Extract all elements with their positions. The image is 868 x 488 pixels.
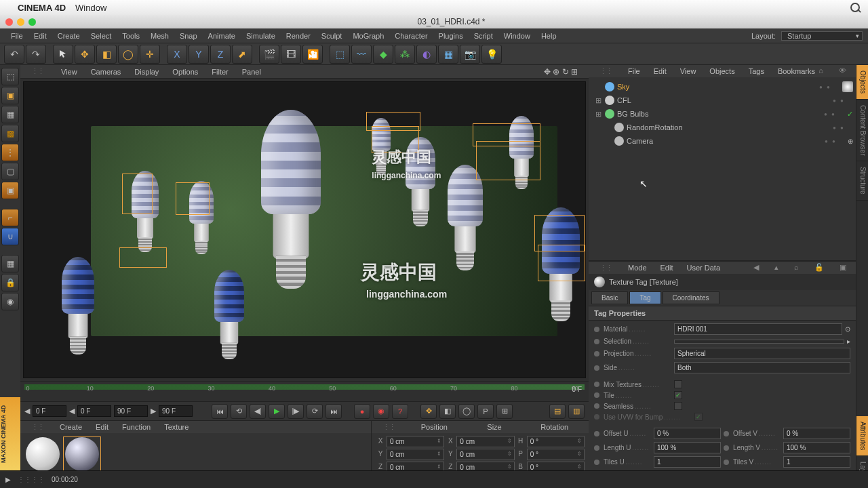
key-param-button[interactable]: P — [477, 404, 494, 419]
objmenu-edit[interactable]: Edit — [647, 67, 673, 75]
menu-mograph[interactable]: MoGraph — [347, 32, 389, 40]
timeline-ruler[interactable]: 0102030405060708090 0 F — [20, 381, 589, 401]
timeline-window-button[interactable]: ▤ — [549, 404, 566, 419]
nav-up-icon[interactable]: ▴ — [768, 263, 785, 272]
add-deformer-icon[interactable]: ◐ — [416, 45, 437, 64]
length-v-field[interactable]: 100 % — [783, 442, 850, 453]
material-field[interactable]: HDRI 001 — [674, 323, 842, 335]
goto-end-button[interactable]: ⏭ — [326, 404, 342, 419]
object-row[interactable]: ⊞BG Bulbs● ●✓ — [591, 107, 853, 121]
rotate-tool[interactable]: ◯ — [118, 45, 138, 64]
object-row[interactable]: Camera● ●⊕ — [591, 134, 853, 148]
content-browser-tab[interactable]: Content Browser — [856, 100, 868, 161]
prev-frame-button[interactable]: ◀| — [250, 404, 266, 419]
menu-sculpt[interactable]: Sculpt — [316, 32, 348, 40]
add-light-icon[interactable]: 💡 — [481, 45, 502, 64]
play-button[interactable]: ▶ — [269, 404, 285, 419]
texture-mode-button[interactable]: ▦ — [1, 106, 19, 123]
coord-system-button[interactable]: ⬈ — [232, 45, 252, 64]
size-y-field[interactable]: 0 cm — [456, 449, 514, 460]
render-region-button[interactable]: 🎞 — [281, 45, 301, 64]
add-camera-icon[interactable]: 📷 — [460, 45, 480, 64]
edge-mode-button[interactable]: ▢ — [1, 163, 19, 180]
length-u-field[interactable]: 100 % — [654, 442, 721, 453]
lasttool-button[interactable]: ✛ — [140, 45, 160, 64]
y-axis-toggle[interactable]: Y — [189, 45, 209, 64]
menu-character[interactable]: Character — [389, 32, 433, 40]
matmenu-edit[interactable]: Edit — [89, 423, 115, 431]
autokey-button[interactable]: ◉ — [373, 404, 389, 419]
tile-checkbox[interactable]: ✓ — [674, 391, 682, 399]
attr-tab-basic[interactable]: Basic — [591, 291, 628, 304]
menu-window[interactable]: Window — [498, 32, 536, 40]
frame-start-field[interactable]: 0 F — [33, 405, 66, 417]
lock-button[interactable]: 🔒 — [1, 274, 19, 291]
workplane-button[interactable]: ▩ — [1, 125, 19, 142]
offset-u-field[interactable]: 0 % — [654, 428, 721, 439]
objmenu-file[interactable]: File — [621, 67, 647, 75]
nav-back-icon[interactable]: ◀ — [747, 263, 766, 272]
rot-h-field[interactable]: 0 ° — [527, 436, 585, 447]
fcurve-window-button[interactable]: ▥ — [568, 404, 585, 419]
eye-icon[interactable]: 👁 — [832, 66, 853, 75]
menu-mesh[interactable]: Mesh — [145, 32, 174, 40]
spotlight-icon[interactable] — [850, 3, 860, 12]
record-button[interactable]: ● — [354, 404, 370, 419]
object-row[interactable]: Sky● ● — [591, 80, 853, 94]
menu-tools[interactable]: Tools — [117, 32, 145, 40]
key-pla-button[interactable]: ⊞ — [496, 404, 513, 419]
attributes-tab[interactable]: Attributes — [856, 416, 868, 456]
attr-tab-coordinates[interactable]: Coordinates — [663, 291, 719, 304]
search-icon[interactable]: ⌕ — [791, 66, 810, 75]
frame-end-field[interactable]: 90 F — [159, 405, 193, 417]
move-tool[interactable]: ✥ — [75, 45, 95, 64]
texture-tag-icon[interactable] — [842, 81, 853, 92]
key-rotation-button[interactable]: ◯ — [458, 404, 475, 419]
matmenu-create[interactable]: Create — [53, 423, 89, 431]
arrow-left-icon[interactable]: ◀ — [69, 407, 75, 415]
menu-simulate[interactable]: Simulate — [241, 32, 281, 40]
size-x-field[interactable]: 0 cm — [456, 436, 514, 447]
attrmenu-mode[interactable]: Mode — [621, 264, 654, 272]
add-array-icon[interactable]: ⁂ — [395, 45, 415, 64]
axis-tool-button[interactable]: ⌐ — [1, 209, 19, 226]
home-icon[interactable]: ⌂ — [812, 66, 830, 75]
viewport-nav-icon[interactable]: ✥ ⊕ ↻ ⊞ — [537, 67, 585, 77]
matmenu-texture[interactable]: Texture — [157, 423, 195, 431]
side-dropdown[interactable]: Both — [674, 362, 850, 373]
menu-animate[interactable]: Animate — [203, 32, 241, 40]
menu-file[interactable]: File — [5, 32, 28, 40]
objmenu-objects[interactable]: Objects — [703, 67, 741, 75]
viewmenu-cameras[interactable]: Cameras — [84, 68, 128, 76]
selection-picker-icon[interactable]: ▸ — [847, 338, 850, 345]
loop-end-field[interactable]: 90 F — [114, 405, 148, 417]
render-settings-button[interactable]: 🎦 — [302, 45, 323, 64]
goto-start-button[interactable]: ⏮ — [212, 404, 228, 419]
object-row[interactable]: RandomRotation● ● — [591, 121, 853, 134]
next-frame-button[interactable]: |▶ — [288, 404, 304, 419]
objmenu-view[interactable]: View — [673, 67, 703, 75]
add-nurbs-icon[interactable]: ◆ — [373, 45, 393, 64]
layout-dropdown[interactable]: Startup — [781, 31, 863, 41]
viewport[interactable]: 灵感中国 lingganchina.com 灵感中国 lingganchina.… — [23, 81, 586, 378]
redo-button[interactable]: ↷ — [26, 45, 46, 64]
x-axis-toggle[interactable]: X — [167, 45, 187, 64]
menu-render[interactable]: Render — [281, 32, 316, 40]
scale-tool[interactable]: ◧ — [96, 45, 117, 64]
next-key-button[interactable]: ⟳ — [307, 404, 323, 419]
add-cube-icon[interactable]: ⬚ — [330, 45, 350, 64]
objmenu-tags[interactable]: Tags — [742, 67, 771, 75]
menu-help[interactable]: Help — [536, 32, 562, 40]
z-axis-toggle[interactable]: Z — [210, 45, 231, 64]
key-scale-button[interactable]: ◧ — [439, 404, 456, 419]
matmenu-function[interactable]: Function — [115, 423, 157, 431]
material-picker-icon[interactable]: ⊙ — [845, 325, 850, 333]
model-mode-button[interactable]: ▣ — [1, 87, 19, 104]
mix-textures-checkbox[interactable] — [674, 380, 682, 388]
panel-grip-icon[interactable]: ⋮⋮ — [24, 67, 50, 76]
lock-icon[interactable]: 🔓 — [808, 263, 831, 272]
select-tool[interactable] — [53, 45, 73, 64]
keyframe-options-button[interactable]: ? — [392, 404, 408, 419]
key-position-button[interactable]: ✥ — [420, 404, 437, 419]
viewmenu-display[interactable]: Display — [127, 68, 165, 76]
